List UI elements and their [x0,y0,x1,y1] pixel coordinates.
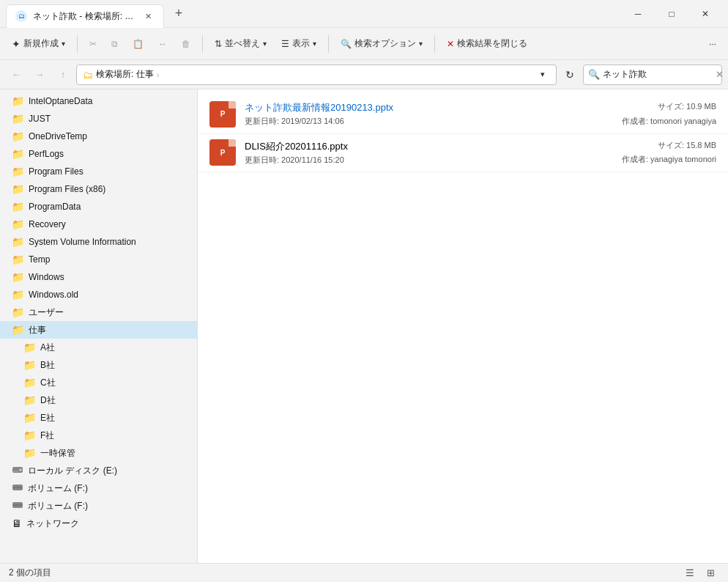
file-item[interactable]: Pネット詐欺最新情報20190213.pptx更新日時: 2019/02/13 … [198,95,728,134]
sort-button[interactable]: ⇅ 並べ替え ▾ [209,34,272,53]
tab-close-button[interactable]: ✕ [141,10,155,23]
address-dropdown[interactable]: ▾ [535,67,550,82]
sidebar-item-label: System Volume Information [29,237,136,247]
sort-icon: ⇅ [215,39,222,49]
sidebar-item-WindowsOld[interactable]: 📁Windows.old [0,286,197,303]
sidebar-item-label: 一時保管 [40,447,75,460]
address-input[interactable]: 🗂 検索場所: 仕事 › ▾ [76,65,557,85]
file-list: Pネット詐欺最新情報20190213.pptx更新日時: 2019/02/13 … [198,89,728,563]
file-info: DLIS紹介20201116.pptx更新日時: 2020/11/16 15:2… [245,140,613,166]
folder-icon: 📁 [12,130,24,142]
sidebar-item-User[interactable]: 📁ユーザー [0,303,197,321]
sep4 [434,35,435,53]
sidebar-item-PerfLogs[interactable]: 📁PerfLogs [0,145,197,163]
new-label: 新規作成 [23,37,59,50]
close-button[interactable]: ✕ [688,0,722,28]
maximize-button[interactable]: □ [655,0,688,28]
folder-icon: 📁 [12,324,24,336]
back-button[interactable]: ← [6,65,26,85]
cut-icon: ✂ [89,39,97,49]
sidebar-item-SystemVolumeInformation[interactable]: 📁System Volume Information [0,233,197,251]
search-options-icon: 🔍 [341,39,352,49]
up-button[interactable]: ↑ [53,65,73,85]
search-box[interactable]: 🔍 ✕ [583,65,722,85]
tab-strip: 🗂 ネット詐欺 - 検索場所: 仕事 ✕ + [6,0,621,27]
toolbar: ✦ 新規作成 ▾ ✂ ⧉ 📋 ↔ 🗑 ⇅ 並べ替え ▾ ☰ 表示 ▾ 🔍 検索オ… [0,28,728,60]
folder-icon: 📁 [12,113,24,125]
sidebar-item-Windows[interactable]: 📁Windows [0,268,197,286]
sidebar-item-label: 仕事 [29,324,46,336]
sidebar-item-Recovery[interactable]: 📁Recovery [0,216,197,233]
title-bar: 🗂 ネット詐欺 - 検索場所: 仕事 ✕ + ─ □ ✕ [0,0,728,28]
sidebar-item-label: PerfLogs [29,149,64,159]
new-button[interactable]: ✦ 新規作成 ▾ [6,34,71,53]
active-tab[interactable]: 🗂 ネット詐欺 - 検索場所: 仕事 ✕ [6,4,164,28]
list-view-button[interactable]: ☰ [681,564,699,582]
close-search-button[interactable]: ✕ 検索結果を閉じる [441,34,533,53]
sidebar-item-label: ボリューム (F:) [28,482,88,495]
search-options-button[interactable]: 🔍 検索オプション ▾ [335,34,428,53]
sidebar-item-A[interactable]: 📁A社 [0,339,197,356]
sidebar-item-label: ネットワーク [26,517,79,530]
sidebar-item-OneDriveTemp[interactable]: 📁OneDriveTemp [0,128,197,145]
search-options-label: 検索オプション [354,37,416,50]
paste-button[interactable]: 📋 [127,36,149,52]
file-meta: 更新日時: 2019/02/13 14:06 [245,116,613,127]
copy-button[interactable]: ⧉ [105,36,124,52]
search-icon: 🔍 [588,69,600,80]
sidebar-item-F[interactable]: 📁F社 [0,427,197,444]
sidebar-item-label: JUST [29,114,51,124]
sidebar-item-E[interactable]: 📁E社 [0,409,197,427]
pptx-icon: P [209,101,236,128]
cut-button[interactable]: ✂ [83,36,103,52]
file-item[interactable]: PDLIS紹介20201116.pptx更新日時: 2020/11/16 15:… [198,134,728,173]
sidebar-item-VolumeF2[interactable]: ボリューム (F:) [0,497,197,515]
folder-icon: 📁 [23,447,36,459]
sort-chevron: ▾ [263,40,267,48]
new-tab-button[interactable]: + [167,2,190,26]
sidebar-item-JUST[interactable]: 📁JUST [0,110,197,128]
sidebar-item-Network[interactable]: 🖥ネットワーク [0,515,197,532]
refresh-button[interactable]: ↻ [560,65,580,85]
sidebar-item-D[interactable]: 📁D社 [0,391,197,409]
window-controls: ─ □ ✕ [621,0,722,28]
sidebar-item-C[interactable]: 📁C社 [0,374,197,391]
view-button[interactable]: ☰ 表示 ▾ [275,34,322,53]
folder-icon: 📁 [12,166,24,177]
sidebar-item-ProgramData[interactable]: 📁ProgramData [0,198,197,216]
forward-button[interactable]: → [29,65,50,85]
sidebar-item-label: Program Files (x86) [29,184,105,194]
sidebar-item-label: IntelOptaneData [29,96,92,106]
sidebar-item-VolumeF1[interactable]: ボリューム (F:) [0,479,197,497]
search-input[interactable] [603,70,713,80]
move-button[interactable]: ↔ [152,36,173,52]
folder-icon: 📁 [12,218,24,230]
folder-icon: 📁 [12,271,24,283]
sidebar-item-label: B社 [40,359,55,372]
grid-view-button[interactable]: ⊞ [702,564,719,582]
delete-button[interactable]: 🗑 [176,36,196,52]
sidebar-item-label: E社 [40,412,55,424]
address-bar: ← → ↑ 🗂 検索場所: 仕事 › ▾ ↻ 🔍 ✕ [0,60,728,89]
more-icon: ··· [709,39,716,49]
file-info: ネット詐欺最新情報20190213.pptx更新日時: 2019/02/13 1… [245,101,613,127]
folder-icon: 📁 [12,201,24,213]
folder-icon: 📁 [23,430,36,441]
search-clear-button[interactable]: ✕ [716,69,724,80]
sidebar-item-Temp[interactable]: 📁Temp [0,251,197,268]
view-label: 表示 [292,37,310,50]
sidebar-item-Shigoto[interactable]: 📁仕事 [0,321,197,339]
minimize-button[interactable]: ─ [621,0,655,28]
copy-icon: ⧉ [111,39,118,49]
more-button[interactable]: ··· [703,36,722,52]
sidebar-item-LocalDiskE[interactable]: ローカル ディスク (E:) [0,462,197,479]
sidebar-item-ProgramFilesx86[interactable]: 📁Program Files (x86) [0,180,197,198]
sidebar-item-IchijiHokan[interactable]: 📁一時保管 [0,444,197,462]
sidebar-item-label: ボリューム (F:) [28,500,88,512]
view-chevron: ▾ [313,40,316,48]
file-size-info: サイズ: 10.9 MB作成者: tomonori yanagiya [622,100,716,129]
sidebar-item-ProgramFiles[interactable]: 📁Program Files [0,163,197,180]
sidebar-item-label: D社 [40,394,56,407]
sidebar-item-IntelOptaneData[interactable]: 📁IntelOptaneData [0,92,197,110]
sidebar-item-B[interactable]: 📁B社 [0,356,197,374]
